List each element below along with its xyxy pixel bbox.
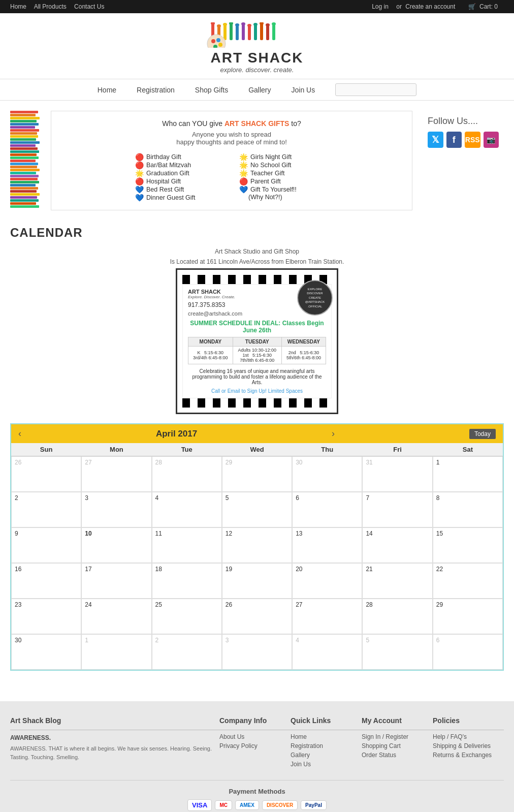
amex-card: AMEX [235,800,259,810]
follow-title: Follow Us.... [428,116,499,127]
main-content: Who can YOU give ART SHACK GIFTS to? Any… [0,101,514,691]
cal-cell[interactable]: 7 [362,492,432,527]
footer-link-gallery[interactable]: Gallery [291,752,362,759]
cal-cell[interactable]: 23 [11,599,81,634]
cal-cell[interactable]: 28 [362,599,432,634]
instagram-icon[interactable]: 📷 [484,132,499,148]
login-link[interactable]: Log in [372,3,389,10]
nav-main-shop-gifts[interactable]: Shop Gifts [195,86,228,94]
cal-cell[interactable]: 27 [292,599,362,634]
list-item: 🌟Girls Night Gift [239,153,328,161]
cal-cell[interactable]: 29 [433,599,503,634]
search-input[interactable] [335,83,416,96]
nav-contact-us[interactable]: Contact Us [74,3,104,10]
footer-link-order[interactable]: Order Status [362,752,433,759]
cart-link[interactable]: Cart: 0 [479,3,498,10]
footer-link-home[interactable]: Home [291,733,362,740]
cal-cell[interactable]: 17 [81,563,151,599]
cal-cell[interactable]: 10 [81,527,151,563]
cal-cell[interactable]: 30 [292,456,362,492]
footer-link-registration[interactable]: Registration [291,742,362,749]
payment-section: Payment Methods VISA MC AMEX DISCOVER Pa… [10,780,504,812]
cal-cell[interactable]: 6 [292,492,362,527]
cal-cell[interactable]: 22 [433,563,503,599]
flyer-cta: Call or Email to Sign Up! Limited Spaces [188,388,326,394]
list-item: 🔴Parent Gift [239,177,328,185]
cal-cell[interactable]: 6 [433,634,503,670]
cal-cell[interactable]: 18 [152,563,222,599]
logo-area: ART SHACK explore. discover. create. [0,13,514,79]
dot-icon: 🌟 [135,169,144,177]
cal-cell[interactable]: 30 [11,634,81,670]
footer-columns: Art Shack Blog AWARENESS. AWARENESS. THA… [10,716,504,780]
cal-cell[interactable]: 12 [222,527,292,563]
cal-cell[interactable]: 26 [222,599,292,634]
cal-cell[interactable]: 19 [222,563,292,599]
cal-cell[interactable]: 4 [292,634,362,670]
footer-col-account: My Account Sign In / Register Shopping C… [362,716,433,770]
nav-all-products[interactable]: All Products [34,3,67,10]
cal-cell[interactable]: 9 [11,527,81,563]
gift-items-left: 🔴Birthday Gift 🔴Bar/Bat Mitzvah 🌟Graduat… [135,153,224,202]
gift-grid: 🔴Birthday Gift 🔴Bar/Bat Mitzvah 🌟Graduat… [135,153,328,202]
nav-main-gallery[interactable]: Gallery [248,86,271,94]
cal-cell[interactable]: 1 [81,634,151,670]
create-account-link[interactable]: Create an account [405,3,455,10]
cal-cell[interactable]: 28 [152,456,222,492]
dot-icon: 🔴 [135,153,144,161]
cal-cell[interactable]: 15 [433,527,503,563]
cal-cell[interactable]: 3 [81,492,151,527]
cal-next-button[interactable]: › [332,428,335,439]
cal-cell[interactable]: 2 [11,492,81,527]
svg-point-23 [211,39,215,43]
nav-main-registration[interactable]: Registration [137,86,175,94]
cal-cell[interactable]: 2 [152,634,222,670]
cal-cell[interactable]: 4 [152,492,222,527]
cal-cell[interactable]: 3 [222,634,292,670]
flyer-badge: EXPLOREDISCOVERCREATE@ARTSHACK.OFFICIAL [297,280,333,316]
cal-cell[interactable]: 25 [152,599,222,634]
rss-icon[interactable]: RSS [465,132,480,148]
footer-link-privacy[interactable]: Privacy Policy [219,742,291,749]
cal-cell[interactable]: 31 [362,456,432,492]
footer-link-shipping[interactable]: Shipping & Deliveries [433,742,504,749]
twitter-icon[interactable]: 𝕏 [428,132,443,148]
cal-cell[interactable]: 11 [152,527,222,563]
dot-icon: 💙 [135,185,144,194]
footer-link-join-us[interactable]: Join Us [291,761,362,768]
cal-cell[interactable]: 26 [11,456,81,492]
cal-cell[interactable]: 14 [362,527,432,563]
footer-link-faq[interactable]: Help / FAQ's [433,733,504,740]
nav-home[interactable]: Home [10,3,26,10]
cal-cell[interactable]: 29 [222,456,292,492]
cal-cell[interactable]: 8 [433,492,503,527]
cal-cell[interactable]: 27 [81,456,151,492]
footer-link-returns[interactable]: Returns & Exchanges [433,752,504,759]
cal-cell[interactable]: 5 [222,492,292,527]
cal-today-button[interactable]: Today [469,429,496,439]
facebook-icon[interactable]: f [446,132,462,148]
svg-point-17 [247,24,251,27]
cal-cell[interactable]: 20 [292,563,362,599]
cal-cell[interactable]: 1 [433,456,503,492]
day-label-sun: Sun [11,443,81,456]
cal-cell[interactable]: 5 [362,634,432,670]
table-header: WEDNESDAY [281,337,326,347]
cal-cell[interactable]: 24 [81,599,151,634]
logo-brand-name: ART SHACK [211,50,304,66]
list-item: 💙Gift To Yourself!! [239,185,328,194]
footer-link-cart[interactable]: Shopping Cart [362,742,433,749]
mastercard-card: MC [215,800,232,810]
cal-cell[interactable]: 21 [362,563,432,599]
cal-cell[interactable]: 13 [292,527,362,563]
nav-main-join-us[interactable]: Join Us [292,86,315,94]
flyer-area: Art Shack Studio and Gift Shop Is Locate… [10,248,504,414]
nav-main-home[interactable]: Home [98,86,116,94]
footer-link-signin[interactable]: Sign In / Register [362,733,433,740]
main-nav: Home Registration Shop Gifts Gallery Joi… [0,79,514,101]
footer-link-about[interactable]: About Us [219,733,291,740]
cal-cell[interactable]: 16 [11,563,81,599]
flyer-caption2: Is Located at 161 Lincoln Ave/Across fro… [10,258,504,265]
top-bar: Home All Products Contact Us Log in or C… [0,0,514,13]
cal-prev-button[interactable]: ‹ [18,428,21,439]
